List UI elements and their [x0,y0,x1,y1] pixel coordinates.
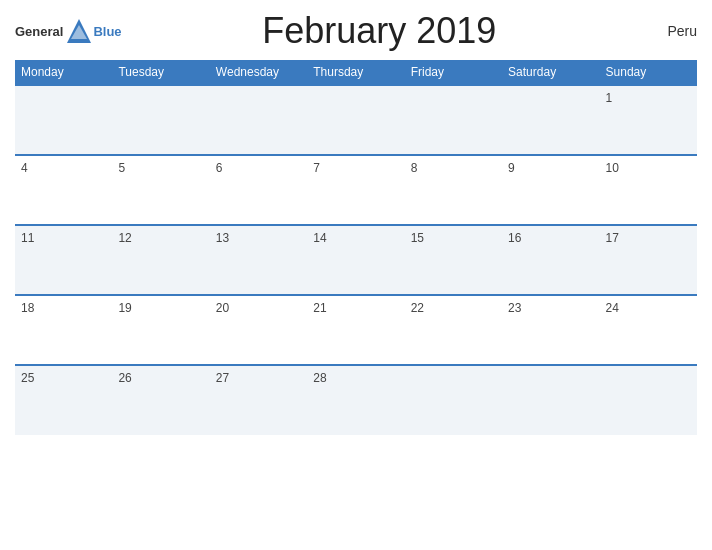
day-number: 19 [118,301,131,315]
day-number: 14 [313,231,326,245]
logo: General Blue [15,17,122,45]
calendar-day-cell [600,365,697,435]
calendar-day-cell: 20 [210,295,307,365]
calendar-day-cell: 12 [112,225,209,295]
calendar-week-row: 1 [15,85,697,155]
calendar-week-row: 25262728 [15,365,697,435]
calendar-day-cell: 21 [307,295,404,365]
calendar-day-cell: 25 [15,365,112,435]
calendar-day-cell: 23 [502,295,599,365]
calendar-page: General Blue February 2019 Peru Monday T… [0,0,712,550]
logo-icon [65,17,93,45]
calendar-day-cell: 28 [307,365,404,435]
day-number: 20 [216,301,229,315]
calendar-day-cell: 6 [210,155,307,225]
calendar-day-cell: 13 [210,225,307,295]
day-number: 13 [216,231,229,245]
calendar-week-row: 11121314151617 [15,225,697,295]
day-number: 15 [411,231,424,245]
day-number: 9 [508,161,515,175]
day-number: 4 [21,161,28,175]
calendar-day-cell: 5 [112,155,209,225]
logo-general-text: General [15,24,63,39]
day-number: 17 [606,231,619,245]
col-tuesday: Tuesday [112,60,209,85]
day-number: 27 [216,371,229,385]
calendar-week-row: 18192021222324 [15,295,697,365]
calendar-day-cell: 17 [600,225,697,295]
col-sunday: Sunday [600,60,697,85]
calendar-day-cell [405,365,502,435]
day-number: 12 [118,231,131,245]
col-saturday: Saturday [502,60,599,85]
calendar-day-cell [112,85,209,155]
day-number: 1 [606,91,613,105]
calendar-header-row: Monday Tuesday Wednesday Thursday Friday… [15,60,697,85]
day-number: 8 [411,161,418,175]
day-number: 18 [21,301,34,315]
calendar-day-cell [210,85,307,155]
day-number: 11 [21,231,34,245]
day-number: 26 [118,371,131,385]
calendar-day-cell: 4 [15,155,112,225]
calendar-day-cell: 1 [600,85,697,155]
logo-blue-text: Blue [93,24,121,39]
day-number: 22 [411,301,424,315]
day-number: 7 [313,161,320,175]
calendar-day-cell: 16 [502,225,599,295]
calendar-day-cell: 10 [600,155,697,225]
calendar-day-cell [502,365,599,435]
calendar-day-cell: 7 [307,155,404,225]
calendar-day-cell: 14 [307,225,404,295]
calendar-day-cell [405,85,502,155]
col-thursday: Thursday [307,60,404,85]
day-number: 23 [508,301,521,315]
calendar-day-cell: 9 [502,155,599,225]
calendar-day-cell: 18 [15,295,112,365]
day-number: 5 [118,161,125,175]
calendar-day-cell [15,85,112,155]
col-wednesday: Wednesday [210,60,307,85]
col-friday: Friday [405,60,502,85]
day-number: 16 [508,231,521,245]
country-label: Peru [637,23,697,39]
day-number: 24 [606,301,619,315]
calendar-day-cell: 24 [600,295,697,365]
calendar-day-cell: 11 [15,225,112,295]
calendar-week-row: 45678910 [15,155,697,225]
calendar-day-cell: 19 [112,295,209,365]
calendar-day-cell: 8 [405,155,502,225]
calendar-day-cell: 27 [210,365,307,435]
calendar-day-cell [502,85,599,155]
calendar-day-cell: 22 [405,295,502,365]
day-number: 10 [606,161,619,175]
day-number: 21 [313,301,326,315]
day-number: 25 [21,371,34,385]
calendar-table: Monday Tuesday Wednesday Thursday Friday… [15,60,697,435]
calendar-day-cell: 15 [405,225,502,295]
calendar-day-cell [307,85,404,155]
day-number: 6 [216,161,223,175]
header: General Blue February 2019 Peru [15,10,697,52]
month-title: February 2019 [122,10,637,52]
day-number: 28 [313,371,326,385]
col-monday: Monday [15,60,112,85]
calendar-day-cell: 26 [112,365,209,435]
